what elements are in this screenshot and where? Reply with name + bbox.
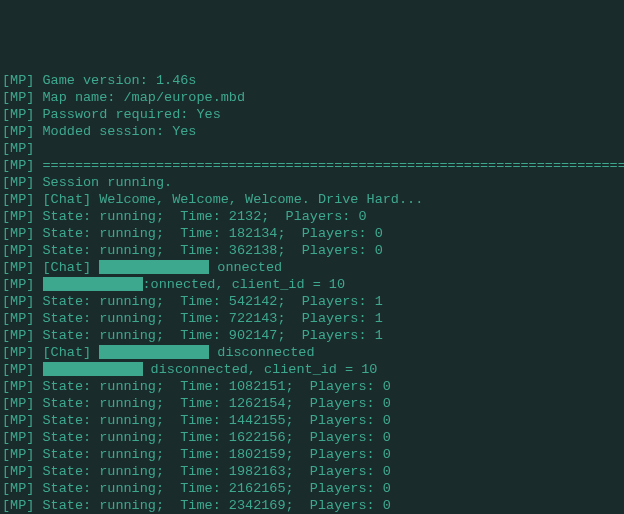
log-line: [MP] State: running; Time: 1622156; Play… [2,429,622,446]
log-line: [MP] State: running; Time: 902147; Playe… [2,327,622,344]
redacted-username [99,260,209,274]
log-line: [MP] State: running; Time: 2132; Players… [2,208,622,225]
log-line: [MP] :onnected, client_id = 10 [2,276,622,293]
log-line: [MP] State: running; Time: 362138; Playe… [2,242,622,259]
log-line: [MP] [Chat] disconnected [2,344,622,361]
redacted-username [43,362,143,376]
log-line: [MP] State: running; Time: 182134; Playe… [2,225,622,242]
log-line: [MP] State: running; Time: 1442155; Play… [2,412,622,429]
log-line: [MP] State: running; Time: 2162165; Play… [2,480,622,497]
log-line: [MP] State: running; Time: 1082151; Play… [2,378,622,395]
log-line: [MP] Password required: Yes [2,106,622,123]
log-line: [MP] Game version: 1.46s [2,72,622,89]
log-line: [MP] State: running; Time: 1802159; Play… [2,446,622,463]
log-line: [MP] ===================================… [2,157,622,174]
console-output: [MP] Game version: 1.46s[MP] Map name: /… [2,72,622,514]
log-line: [MP] [Chat] Welcome, Welcome, Welcome. D… [2,191,622,208]
log-line: [MP] [Chat] onnected [2,259,622,276]
log-line: [MP] State: running; Time: 1982163; Play… [2,463,622,480]
log-line: [MP] Map name: /map/europe.mbd [2,89,622,106]
log-line: [MP] State: running; Time: 1262154; Play… [2,395,622,412]
redacted-username [43,277,143,291]
log-line: [MP] Session running. [2,174,622,191]
log-line: [MP] State: running; Time: 722143; Playe… [2,310,622,327]
log-line: [MP] State: running; Time: 542142; Playe… [2,293,622,310]
log-line: [MP] [2,140,622,157]
log-line: [MP] disconnected, client_id = 10 [2,361,622,378]
log-line: [MP] Modded session: Yes [2,123,622,140]
log-line: [MP] State: running; Time: 2342169; Play… [2,497,622,514]
redacted-username [99,345,209,359]
